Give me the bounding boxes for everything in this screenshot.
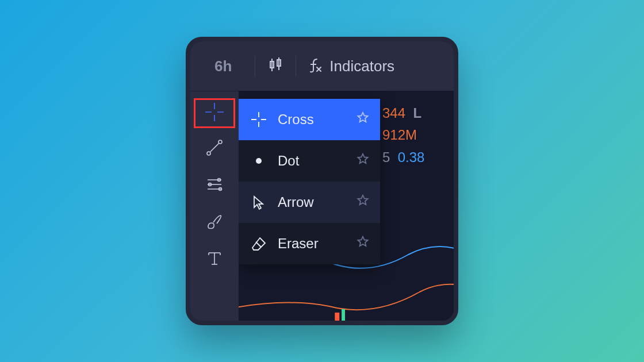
timeframe-label: 6h <box>211 57 244 75</box>
menu-item-label: Eraser <box>278 236 347 252</box>
cursor-menu-item-cross[interactable]: Cross <box>239 99 380 140</box>
crosshair-icon <box>203 101 226 126</box>
cursor-menu-item-dot[interactable]: Dot <box>239 140 380 182</box>
readout-label: L <box>413 105 421 121</box>
fib-tool-button[interactable] <box>197 170 232 202</box>
text-tool-button[interactable] <box>197 243 232 275</box>
crosshair-icon <box>249 110 269 129</box>
svg-line-13 <box>210 143 219 152</box>
drawing-tool-rail <box>190 91 239 321</box>
fx-icon <box>306 56 324 76</box>
readout-label: 5 <box>382 149 390 165</box>
chart-type-button[interactable] <box>255 41 296 91</box>
svg-rect-26 <box>342 309 345 321</box>
readout-value: 344 <box>382 105 405 121</box>
chart-content-area: 344 L 912M 5 0.38 <box>239 91 454 321</box>
cursor-menu-item-arrow[interactable]: Arrow <box>239 182 380 223</box>
menu-item-label: Dot <box>278 153 347 169</box>
cursor-type-menu: Cross Dot <box>239 99 380 264</box>
indicators-label: Indicators <box>329 57 394 75</box>
indicators-button[interactable]: Indicators <box>296 41 405 91</box>
svg-line-31 <box>256 242 261 247</box>
readout-value: 0.38 <box>398 149 425 165</box>
star-icon <box>356 153 370 169</box>
dot-icon <box>249 151 269 171</box>
favorite-toggle[interactable] <box>356 235 370 252</box>
eraser-icon <box>249 234 269 253</box>
top-toolbar: 6h Indicator <box>190 41 454 91</box>
favorite-toggle[interactable] <box>356 152 370 170</box>
candlestick-icon <box>266 55 285 77</box>
timeframe-selector[interactable]: 6h <box>201 41 255 91</box>
horizontal-lines-icon <box>203 173 226 198</box>
brush-icon <box>203 210 226 235</box>
favorite-toggle[interactable] <box>356 111 370 128</box>
star-icon <box>356 195 370 210</box>
star-icon <box>356 112 370 128</box>
ohlc-readout: 344 L 912M 5 0.38 <box>382 102 424 168</box>
cursor-menu-item-eraser[interactable]: Eraser <box>239 223 380 264</box>
brush-tool-button[interactable] <box>197 206 232 238</box>
menu-item-label: Cross <box>278 111 347 128</box>
favorite-toggle[interactable] <box>356 194 370 211</box>
chart-tool-panel: 6h Indicator <box>186 37 458 325</box>
star-icon <box>356 236 370 252</box>
text-icon <box>203 247 226 272</box>
menu-item-label: Arrow <box>278 194 347 210</box>
trend-line-icon <box>203 136 226 161</box>
trend-line-tool-button[interactable] <box>197 133 232 165</box>
cursor-tool-button[interactable] <box>194 98 235 128</box>
svg-rect-25 <box>335 313 339 321</box>
readout-value: 912M <box>382 127 417 143</box>
arrow-cursor-icon <box>249 192 269 212</box>
